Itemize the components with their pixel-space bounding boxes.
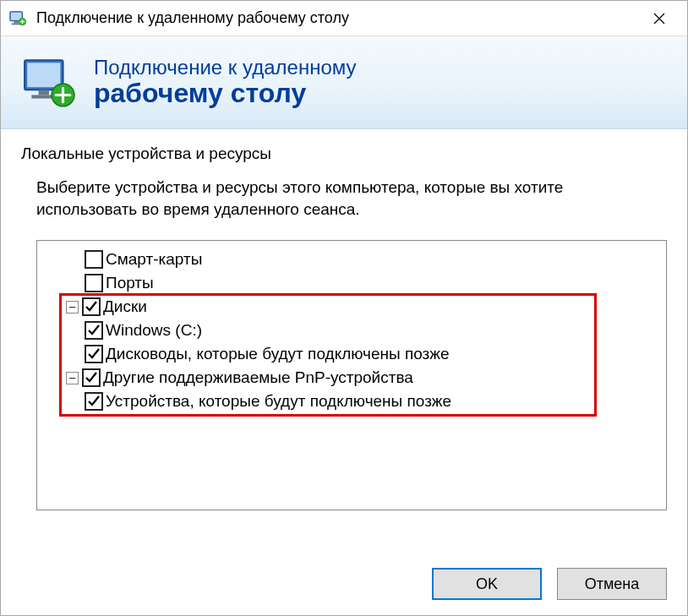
- tree-label: Другие поддерживаемые PnP-устройства: [103, 368, 413, 387]
- rdp-settings-window: Подключение к удаленному рабочему столу …: [0, 0, 688, 616]
- tree-label: Диски: [103, 297, 147, 316]
- svg-rect-2: [14, 20, 19, 23]
- tree-item-windows-c[interactable]: Windows (C:): [37, 319, 666, 342]
- tree-label: Дисководы, которые будут подключены позж…: [106, 345, 450, 363]
- tree-label: Смарт-карты: [106, 250, 202, 269]
- tree-label: Windows (C:): [106, 321, 202, 340]
- banner-line-2: рабочему столу: [94, 79, 357, 108]
- titlebar: Подключение к удаленному рабочему столу: [1, 1, 687, 36]
- tree-item-drives[interactable]: − Диски: [37, 295, 666, 319]
- close-button[interactable]: [638, 1, 680, 36]
- section-description: Выберите устройства и ресурсы этого комп…: [36, 177, 667, 220]
- cancel-button[interactable]: Отмена: [557, 568, 667, 600]
- checkbox-pnp-later[interactable]: [85, 392, 103, 411]
- tree-label: Устройства, которые будут подключены поз…: [106, 392, 451, 411]
- ok-button[interactable]: OK: [432, 568, 542, 600]
- checkbox-drives[interactable]: [82, 297, 101, 316]
- svg-rect-7: [39, 90, 49, 95]
- checkbox-smartcards[interactable]: [85, 250, 103, 269]
- dialog-footer: OK Отмена: [1, 556, 687, 615]
- tree-item-smartcards[interactable]: Смарт-карты: [37, 248, 666, 271]
- device-tree[interactable]: Смарт-карты Порты − Диски Windows (C: [36, 240, 667, 510]
- app-icon: [8, 8, 28, 29]
- svg-rect-6: [27, 63, 60, 87]
- banner-title: Подключение к удаленному рабочему столу: [94, 57, 357, 109]
- checkbox-drives-later[interactable]: [85, 345, 103, 363]
- tree-item-ports[interactable]: Порты: [37, 271, 666, 295]
- tree-item-pnp[interactable]: − Другие поддерживаемые PnP-устройства: [37, 366, 666, 390]
- checkbox-windows-c[interactable]: [85, 321, 103, 340]
- window-title: Подключение к удаленному рабочему столу: [36, 9, 638, 27]
- checkbox-ports[interactable]: [85, 274, 103, 292]
- tree-item-drives-later[interactable]: Дисководы, которые будут подключены позж…: [37, 342, 666, 366]
- banner-line-1: Подключение к удаленному: [94, 57, 357, 79]
- tree-item-pnp-later[interactable]: Устройства, которые будут подключены поз…: [37, 390, 666, 413]
- content-area: Локальные устройства и ресурсы Выберите …: [1, 129, 687, 556]
- section-title: Локальные устройства и ресурсы: [21, 144, 667, 163]
- collapse-button[interactable]: −: [66, 372, 79, 384]
- checkbox-pnp[interactable]: [82, 368, 101, 387]
- rdp-icon: [21, 55, 77, 111]
- tree-label: Порты: [106, 274, 154, 292]
- header-banner: Подключение к удаленному рабочему столу: [1, 36, 687, 129]
- collapse-button[interactable]: −: [66, 301, 79, 313]
